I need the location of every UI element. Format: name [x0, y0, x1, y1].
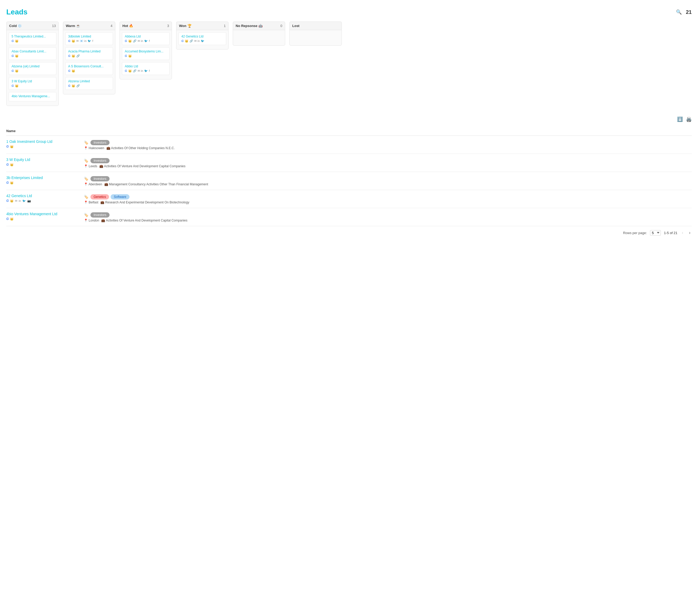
kanban-board: Cold ❄️135 Therapeutics Limited...G👑Abax…: [6, 22, 692, 109]
row-company-name[interactable]: 3 W Equity Ltd: [6, 157, 80, 162]
card-icon: 👑: [72, 69, 75, 73]
kanban-card-name[interactable]: 5 Therapeutics Limited...: [12, 34, 54, 38]
kanban-col-no-response: No Repsonse 🤖0: [233, 22, 285, 106]
kanban-card-name[interactable]: 3dbiotek Limited: [68, 34, 110, 38]
row-company-name[interactable]: 4bio Ventures Management Ltd: [6, 212, 80, 216]
kanban-card-name[interactable]: Abbio Ltd: [125, 65, 167, 68]
kanban-card: 4bio Ventures Manageme...: [9, 92, 56, 101]
kanban-card-name[interactable]: Abzena (uk) Limited: [12, 65, 54, 68]
kanban-header-hot: Hot 🔥3: [120, 22, 172, 30]
card-icon: 👑: [15, 54, 18, 58]
tag-investors[interactable]: Investors: [90, 140, 110, 145]
kanban-card: Abbio LtdG👑🔗✉in🐦f: [122, 62, 170, 75]
kanban-card-icons: G👑: [12, 54, 54, 58]
card-icon: 🔗: [133, 39, 137, 43]
row-location: 📍 Aberdeen: [84, 182, 102, 186]
card-icon: G: [68, 54, 70, 58]
kanban-card-icons: G👑: [12, 69, 54, 73]
card-icon: 👑: [15, 39, 18, 43]
tag-investors[interactable]: Investors: [90, 158, 110, 163]
card-icon: in: [141, 39, 143, 43]
kanban-col-hot: Hot 🔥3Abbexa LtdG👑🔗✉in🐦fAccumed Biosyste…: [120, 22, 172, 106]
row-company-name[interactable]: 3b Enterprises Limited: [6, 176, 80, 180]
card-icon: 👑: [72, 39, 75, 43]
pagination-next-button[interactable]: ›: [688, 230, 692, 236]
print-button[interactable]: 🖨️: [686, 116, 692, 122]
kanban-card: 3 W Equity LtdG👑: [9, 77, 56, 90]
kanban-card-name[interactable]: A S Biosensors Consult...: [68, 65, 110, 68]
download-button[interactable]: ⬇️: [677, 116, 683, 122]
kanban-col-won: Won 🏆142 Genetics LtdG👑🔗✉in🐦: [176, 22, 228, 106]
row-name-col: 3 W Equity LtdG👑: [6, 157, 80, 166]
row-location: 📍 London: [84, 219, 99, 222]
pagination-pages: 1-5 of 21: [664, 231, 677, 235]
tag-software[interactable]: Software: [111, 194, 129, 199]
card-icon: G: [12, 69, 14, 73]
page-container: Leads 🔍 21 Cold ❄️135 Therapeutics Limit…: [0, 0, 698, 242]
kanban-card-name[interactable]: Abax Consultants Limit...: [12, 50, 54, 53]
kanban-card-name[interactable]: Accumed Biosystems Lim...: [125, 50, 167, 53]
row-detail: 📍 London💼 Activities Of Venture And Deve…: [84, 219, 190, 222]
kanban-card-name[interactable]: Abzena Limited: [68, 80, 110, 83]
row-name-col: 42 Genetics LtdG👑✉in🐦📷: [6, 194, 80, 202]
row-name-col: 4bio Ventures Management LtdG👑: [6, 212, 80, 221]
kanban-card: Abzena LimitedG👑🔗: [65, 77, 113, 90]
kanban-card-name[interactable]: Acacia Pharma Limited: [68, 50, 110, 53]
kanban-card-icons: G👑: [12, 39, 54, 43]
kanban-card: 5 Therapeutics Limited...G👑: [9, 32, 56, 45]
card-icon: G: [125, 39, 127, 43]
row-icon: G: [6, 199, 9, 202]
tag-investors[interactable]: Investors: [90, 212, 110, 218]
kanban-title-cold: Cold ❄️: [9, 24, 22, 28]
search-button[interactable]: 🔍: [676, 9, 682, 15]
tag-icon: 🏷️: [84, 140, 88, 145]
card-icon: f: [149, 69, 150, 73]
row-tags: 🏷️Investors: [84, 139, 177, 145]
row-name-col: 3b Enterprises LimitedG👑: [6, 176, 80, 184]
kanban-card-name[interactable]: Abbexa Ltd: [125, 34, 167, 38]
card-icon: 👑: [128, 54, 132, 58]
row-tags: 🏷️Investors: [84, 157, 188, 163]
card-icon: G: [68, 39, 70, 43]
card-icon: G: [12, 39, 14, 43]
pagination-prev-button[interactable]: ‹: [681, 230, 684, 236]
tag-genetics[interactable]: Genetics: [90, 194, 109, 199]
page-header: Leads 🔍 21: [6, 5, 692, 22]
row-name-col: 1 Oak Investment Group LtdG👑: [6, 139, 80, 148]
name-column-header: Name: [6, 129, 15, 133]
kanban-title-no-response: No Repsonse 🤖: [236, 24, 263, 28]
card-icon: 🔗: [76, 54, 80, 58]
row-icons: G👑: [6, 145, 80, 148]
card-icon: ✉: [76, 39, 79, 43]
tag-investors[interactable]: Investors: [90, 176, 110, 181]
kanban-card-name[interactable]: 3 W Equity Ltd: [12, 80, 54, 83]
kanban-card-name[interactable]: 4bio Ventures Manageme...: [12, 94, 54, 98]
row-industry: 💼 Activities Of Venture And Development …: [101, 219, 187, 222]
rows-per-page-select[interactable]: 5102550: [650, 230, 661, 236]
kanban-card-icons: G👑: [125, 54, 167, 58]
row-company-name[interactable]: 42 Genetics Ltd: [6, 194, 80, 198]
card-icon: ✉: [138, 69, 140, 73]
card-icon: 👑: [72, 54, 75, 58]
card-icon: G: [12, 54, 14, 58]
pagination-bar: Rows per page: 5102550 1-5 of 21 ‹ ›: [6, 226, 692, 237]
row-company-name[interactable]: 1 Oak Investment Group Ltd: [6, 139, 80, 144]
kanban-card-icons: G👑🔗: [68, 84, 110, 87]
row-industry: 💼 Management Consultancy Activities Othe…: [104, 182, 208, 186]
card-icon: 🔗: [190, 39, 193, 43]
page-title: Leads: [6, 8, 28, 16]
kanban-card: Acacia Pharma LimitedG👑🔗: [65, 47, 113, 60]
row-detail: 📍 Aberdeen💼 Management Consultancy Activ…: [84, 182, 210, 186]
row-icon: 🐦: [22, 199, 26, 202]
kanban-card-icons: G👑🔗: [68, 54, 110, 58]
card-icon: 🐦: [201, 39, 205, 43]
table-row: 4bio Ventures Management LtdG👑🏷️Investor…: [6, 208, 692, 226]
kanban-card-name[interactable]: 42 Genetics Ltd: [181, 34, 223, 38]
row-industry: 💼 Activities Of Venture And Development …: [99, 164, 185, 168]
card-icon: in: [84, 39, 87, 43]
row-tags: 🏷️Investors: [84, 212, 190, 218]
kanban-body-cold: 5 Therapeutics Limited...G👑Abax Consulta…: [6, 30, 59, 106]
row-icons: G👑: [6, 217, 80, 221]
table-row: 3 W Equity LtdG👑🏷️Investors📍 Leeds💼 Acti…: [6, 154, 692, 172]
kanban-count-warm: 4: [111, 24, 112, 28]
